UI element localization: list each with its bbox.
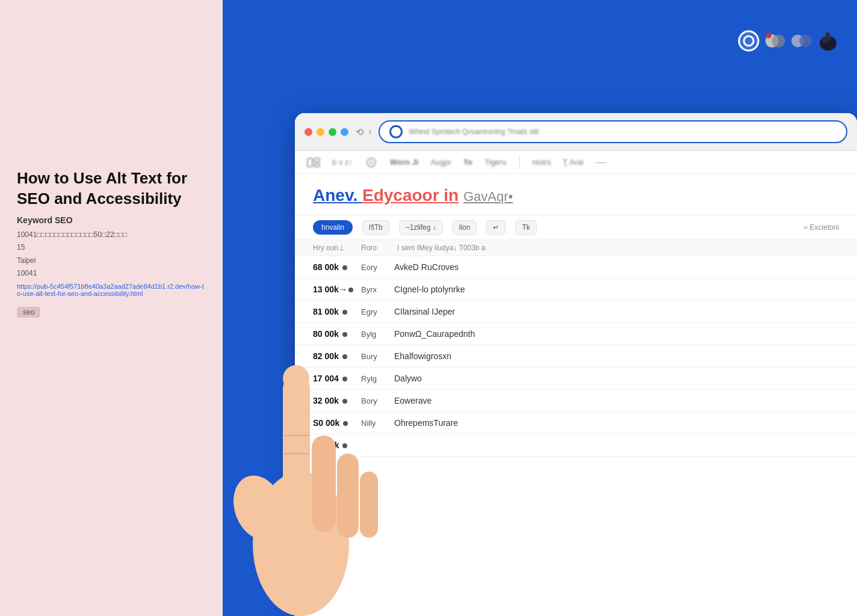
browser-toolbar: b s z↑ Worn Ji Augpr To Tigerv. nloirs Ʈ… <box>295 151 857 174</box>
svg-point-4 <box>766 33 772 38</box>
subh-col2: Roro <box>361 244 397 252</box>
table-row: 68 00k Eory AvkeD RuCroves <box>295 256 857 279</box>
meta-line2: 15 <box>17 241 206 254</box>
toolbar-item-1[interactable]: b s z↑ <box>332 158 353 167</box>
tl-fullscreen[interactable] <box>329 128 336 136</box>
sidebar: How to Use Alt Text for SEO and Accessib… <box>0 0 223 616</box>
toolbar-item-worm[interactable]: Worn Ji <box>390 158 418 167</box>
ext-icon-3 <box>791 30 812 52</box>
table-row: S0 00k Nilly OhrepemsTurare <box>295 412 857 434</box>
toolbar-item-tiger[interactable]: Tigerv. <box>484 158 507 167</box>
svg-point-3 <box>772 34 785 48</box>
svg-rect-10 <box>308 158 312 167</box>
table-row: 32 00k Bory Eowerave <box>295 390 857 412</box>
svg-rect-12 <box>314 164 320 167</box>
nav-back-icon[interactable]: ⟲ <box>356 126 364 138</box>
toolbar-item-te[interactable]: To <box>463 158 472 167</box>
table-row: 17 004 Rylg Dalywo <box>295 368 857 390</box>
filter-right-label: ≈ Excietoni <box>803 223 839 232</box>
toolbar-item-augpr[interactable]: Augpr <box>430 158 451 167</box>
table-row: 13 00k→ Byrx CIgneI-lo ptolynrke <box>295 279 857 301</box>
toolbar-item-end: — <box>595 156 606 168</box>
extension-icons <box>738 30 839 52</box>
toolbar-item-aral[interactable]: Ʈ Aral <box>563 158 583 167</box>
table-row: 82 00k Bury Ehalfowigrosxn <box>295 345 857 368</box>
subh-col1: Hry oun⊥ <box>313 244 361 252</box>
svg-point-1 <box>744 36 753 46</box>
address-bar[interactable]: Whind Sprotech Qvsamroning ?rnats αitl <box>379 120 847 143</box>
filter-hnvalin[interactable]: hnvalin <box>313 220 353 235</box>
subh-col3: I sem IMey iludya↓ T003b a <box>397 244 839 252</box>
table-row: 81 00k Egry CIlarsinal IJeper <box>295 301 857 323</box>
page-header: Anev. Edycaoor in GavAqr• <box>295 174 857 215</box>
seo-tag: seo <box>17 307 40 318</box>
browser-page-title: Anev. Edycaoor in GavAqr• <box>313 186 839 205</box>
meta-line1: 10041□□□□□□□□□□□□□50□22□□□ <box>17 229 206 242</box>
tl-close[interactable] <box>305 128 312 136</box>
traffic-lights <box>305 128 348 136</box>
toolbar-item-0[interactable] <box>307 157 320 168</box>
article-url: https://pub-5c454f571b8e40a3a2aad27ade84… <box>17 283 206 297</box>
browser-chrome: ⟲ › Whind Sprotech Qvsamroning ?rnats αi… <box>295 113 857 151</box>
nav-forward-icon[interactable]: › <box>368 126 371 137</box>
ext-icon-1 <box>738 30 760 52</box>
table-subheader: Hry oun⊥ Roro I sem IMey iludya↓ T003b a <box>295 240 857 256</box>
article-title: How to Use Alt Text for SEO and Accessib… <box>17 168 206 209</box>
table-row: 80 00k Bylg PonwΩ_Caurapednth <box>295 323 857 345</box>
ext-icon-2 <box>764 30 786 52</box>
filter-arrow[interactable]: ↵ <box>486 220 506 235</box>
tl-minimize[interactable] <box>317 128 324 136</box>
table-filter-icons: hnvalin ls̃Tb ~1zlifeg ↓ lion ↵ Tk ≈ Exc… <box>295 215 857 240</box>
filter-right: ≈ Excietoni <box>803 223 839 232</box>
meta-line3: Taipei <box>17 254 206 268</box>
ext-icon-4 <box>817 30 839 52</box>
svg-rect-11 <box>314 158 320 162</box>
filter-12lifeg[interactable]: ~1zlifeg ↓ <box>399 220 443 235</box>
toolbar-separator <box>519 156 520 168</box>
table-row: 8F 00k <box>295 434 857 457</box>
browser-content: Anev. Edycaoor in GavAqr• hnvalin ls̃Tb … <box>295 174 857 616</box>
browser-window: ⟲ › Whind Sprotech Qvsamroning ?rnats αi… <box>295 113 857 616</box>
browser-logo-circle <box>389 125 403 138</box>
meta-line4: 10041 <box>17 267 206 280</box>
svg-point-0 <box>739 31 758 51</box>
main-area: ⟲ › Whind Sprotech Qvsamroning ?rnats αi… <box>223 0 857 616</box>
filter-lion[interactable]: lion <box>453 220 477 235</box>
svg-point-6 <box>799 35 812 48</box>
svg-point-15 <box>225 469 293 547</box>
keyword-label: Keyword SEO <box>17 215 206 225</box>
filter-lstb[interactable]: ls̃Tb <box>362 220 389 235</box>
tl-extra[interactable] <box>341 128 348 136</box>
address-text: Whind Sprotech Qvsamroning ?rnats αitl <box>409 128 837 136</box>
toolbar-item-2[interactable] <box>365 157 378 168</box>
filter-tk[interactable]: Tk <box>515 220 536 235</box>
toolbar-item-nloirs[interactable]: nloirs <box>532 158 551 167</box>
nav-buttons: ⟲ › <box>356 126 371 138</box>
